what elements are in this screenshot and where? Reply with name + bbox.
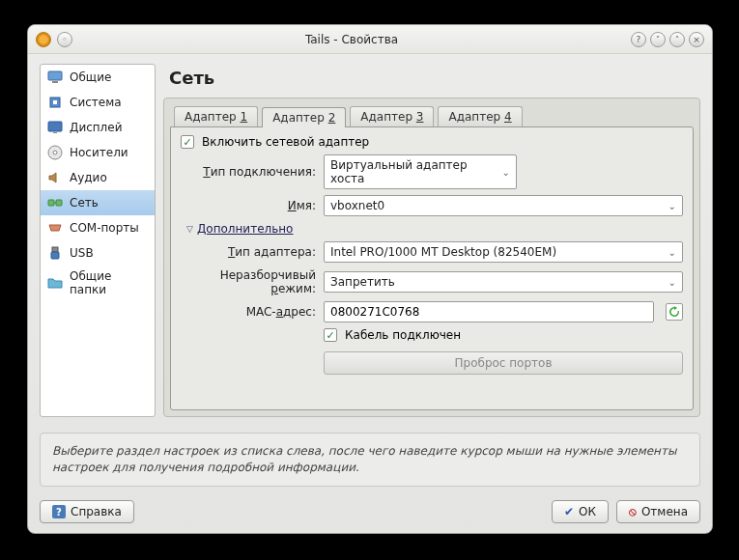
sidebar-item-serial[interactable]: COM-порты xyxy=(41,215,155,240)
chevron-down-icon: ⌄ xyxy=(668,247,676,258)
sidebar-item-label: Система xyxy=(70,96,122,109)
adapter-tabs: Адаптер 1 Адаптер 2 Адаптер 3 Адаптер 4 xyxy=(170,104,694,126)
chevron-down-icon: ⌄ xyxy=(668,201,676,211)
svg-rect-10 xyxy=(52,247,58,252)
mac-refresh-button[interactable] xyxy=(666,303,683,321)
settings-window: ◦ Tails - Свойства ? ˅ ˄ × Общие Система… xyxy=(27,24,713,534)
sidebar-item-label: Аудио xyxy=(70,171,107,184)
promiscuous-label: Неразборчивый режим: xyxy=(181,268,316,295)
sidebar-item-usb[interactable]: USB xyxy=(41,240,155,266)
advanced-expander[interactable]: ▽ Дополнительно xyxy=(186,222,683,236)
svg-rect-0 xyxy=(48,71,62,80)
sidebar-item-label: COM-порты xyxy=(70,221,139,235)
tab-adapter-2[interactable]: Адаптер 2 xyxy=(262,107,346,127)
folder-icon xyxy=(46,274,64,292)
disc-icon xyxy=(46,144,64,161)
sidebar-item-label: Дисплей xyxy=(70,121,122,134)
ok-button[interactable]: ✔ ОК xyxy=(552,500,609,523)
sidebar: Общие Система Дисплей Носители Аудио Сет… xyxy=(40,64,156,417)
promiscuous-select[interactable]: Запретить⌄ xyxy=(324,271,683,293)
chevron-down-icon: ⌄ xyxy=(668,277,676,288)
name-select[interactable]: vboxnet0⌄ xyxy=(324,195,683,216)
maximize-button[interactable]: ˄ xyxy=(669,32,685,47)
svg-rect-3 xyxy=(53,100,57,104)
serial-icon xyxy=(46,219,64,237)
chevron-down-icon: ⌄ xyxy=(502,167,510,178)
sidebar-item-label: Общие папки xyxy=(70,269,149,296)
network-icon xyxy=(46,194,64,211)
sidebar-item-network[interactable]: Сеть xyxy=(41,190,155,215)
sidebar-item-label: Носители xyxy=(70,146,128,159)
usb-icon xyxy=(46,244,64,262)
minimize-button[interactable]: ˅ xyxy=(650,32,666,47)
svg-rect-4 xyxy=(48,122,62,131)
triangle-down-icon: ▽ xyxy=(186,224,193,234)
main-area: Сеть Адаптер 1 Адаптер 2 Адаптер 3 Адапт… xyxy=(163,64,700,417)
svg-point-7 xyxy=(53,151,57,154)
sidebar-item-system[interactable]: Система xyxy=(41,90,155,115)
content-area: Общие Система Дисплей Носители Аудио Сет… xyxy=(28,54,712,425)
cancel-icon: ⦸ xyxy=(629,505,637,518)
adapter-type-label: Тип адаптера: xyxy=(181,245,316,259)
name-label: Имя: xyxy=(181,199,316,212)
speaker-icon xyxy=(46,169,64,186)
connection-type-label: Тип подключения: xyxy=(181,165,316,179)
sidebar-item-general[interactable]: Общие xyxy=(41,65,155,90)
sidebar-item-display[interactable]: Дисплей xyxy=(41,115,155,140)
svg-rect-9 xyxy=(56,200,62,206)
enable-adapter-checkbox[interactable] xyxy=(181,135,194,149)
tab-adapter-1[interactable]: Адаптер 1 xyxy=(174,106,258,126)
mac-label: MAC-адрес: xyxy=(181,305,316,319)
close-button[interactable]: × xyxy=(689,32,704,47)
titlebar: ◦ Tails - Свойства ? ˅ ˄ × xyxy=(28,25,712,54)
connection-type-select[interactable]: Виртуальный адаптер хоста⌄ xyxy=(324,154,517,189)
window-title: Tails - Свойства xyxy=(72,33,631,46)
app-icon xyxy=(36,32,51,47)
cable-checkbox[interactable] xyxy=(324,328,337,342)
sidebar-item-label: USB xyxy=(70,246,94,260)
cable-label: Кабель подключен xyxy=(345,328,461,342)
tab-adapter-3[interactable]: Адаптер 3 xyxy=(350,106,434,126)
check-icon: ✔ xyxy=(564,505,574,518)
monitor-icon xyxy=(46,69,64,86)
refresh-icon xyxy=(668,306,680,318)
adapter-type-select[interactable]: Intel PRO/1000 MT Desktop (82540EM)⌄ xyxy=(324,241,683,263)
sidebar-item-storage[interactable]: Носители xyxy=(41,140,155,165)
sidebar-item-audio[interactable]: Аудио xyxy=(41,165,155,190)
footer: ? Справка ✔ ОК ⦸ Отмена xyxy=(28,494,712,533)
svg-rect-1 xyxy=(52,81,58,83)
chip-icon xyxy=(46,94,64,111)
cancel-button[interactable]: ⦸ Отмена xyxy=(616,500,700,523)
svg-rect-11 xyxy=(51,252,59,259)
help-panel: Выберите раздел настроек из списка слева… xyxy=(40,433,700,487)
tab-body: Включить сетевой адаптер Тип подключения… xyxy=(170,126,694,410)
mac-input[interactable] xyxy=(324,301,654,322)
help-icon: ? xyxy=(52,505,66,518)
svg-rect-8 xyxy=(48,200,54,206)
settings-panel: Адаптер 1 Адаптер 2 Адаптер 3 Адаптер 4 … xyxy=(163,98,700,417)
sidebar-item-label: Сеть xyxy=(70,196,99,210)
help-button[interactable]: ? Справка xyxy=(40,500,134,523)
help-titlebar-button[interactable]: ? xyxy=(631,32,646,47)
page-title: Сеть xyxy=(163,64,700,98)
display-icon xyxy=(46,119,64,136)
sidebar-item-shared-folders[interactable]: Общие папки xyxy=(41,266,155,300)
svg-rect-5 xyxy=(53,132,57,133)
tab-adapter-4[interactable]: Адаптер 4 xyxy=(438,106,522,126)
pin-button[interactable]: ◦ xyxy=(57,32,72,47)
port-forwarding-button[interactable]: Проброс портов xyxy=(324,351,683,375)
enable-adapter-label: Включить сетевой адаптер xyxy=(202,135,369,149)
sidebar-item-label: Общие xyxy=(70,70,111,84)
